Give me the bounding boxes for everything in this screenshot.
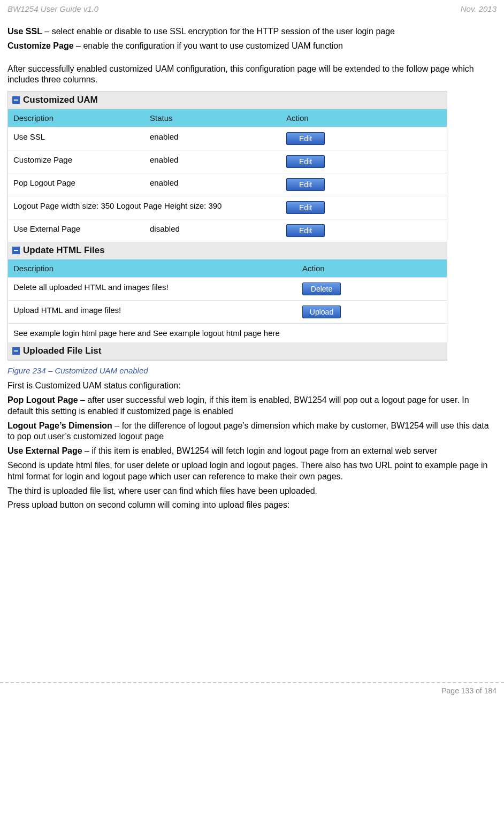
doc-date: Nov. 2013 <box>461 4 497 13</box>
paragraph-ext: Use External Page – if this item is enab… <box>7 446 497 457</box>
table-row: Pop Logout Page enabled Edit <box>8 173 447 196</box>
cell-desc: Delete all uploaded HTML and images file… <box>8 278 297 300</box>
section-uploaded-list: Uploaded File List <box>8 342 447 360</box>
section-update-html: Update HTML Files <box>8 242 447 259</box>
section-title-3: Uploaded File List <box>23 346 101 356</box>
label-use-ssl: Use SSL <box>7 27 42 36</box>
section-customized-uam: Customized UAM <box>8 91 447 109</box>
collapse-icon[interactable] <box>12 96 20 104</box>
cell-status: enabled <box>144 173 281 196</box>
collapse-icon[interactable] <box>12 247 20 254</box>
table-row: Delete all uploaded HTML and images file… <box>8 277 447 300</box>
cell-desc: Logout Page width size: 350 Logout Page … <box>8 196 281 219</box>
collapse-icon[interactable] <box>12 347 20 355</box>
upload-button[interactable]: Upload <box>302 305 341 318</box>
table-row: Upload HTML and image files! Upload <box>8 300 447 323</box>
cell-desc: Use SSL <box>8 127 144 150</box>
delete-button[interactable]: Delete <box>302 282 341 295</box>
table-row: Logout Page width size: 350 Logout Page … <box>8 196 447 219</box>
paragraph-after: After successfully enabled customized UA… <box>7 64 497 86</box>
edit-button[interactable]: Edit <box>286 132 325 145</box>
paragraph: First is Customized UAM status configura… <box>7 380 497 392</box>
paragraph-pop: Pop Logout Page – after user successful … <box>7 395 497 417</box>
cell-desc: Use External Page <box>8 219 144 242</box>
table-row: Customize Page enabled Edit <box>8 150 447 173</box>
label-dim: Logout Page’s Dimension <box>7 421 112 430</box>
figure-caption: Figure 234 – Customized UAM enabled <box>7 366 497 375</box>
edit-button[interactable]: Edit <box>286 201 325 214</box>
table2-header: Description Action <box>8 259 447 277</box>
edit-button[interactable]: Edit <box>286 224 325 237</box>
table-row: See example login html page here and See… <box>8 323 447 342</box>
col-action: Action <box>297 259 447 277</box>
table1-header: Description Status Action <box>8 109 447 127</box>
paragraph-use-ssl: Use SSL – select enable or disable to us… <box>7 26 497 37</box>
text-use-ssl: – select enable or disable to use SSL en… <box>42 27 395 36</box>
cell-desc: Customize Page <box>8 150 144 173</box>
label-customize: Customize Page <box>7 41 74 50</box>
table-row: Use External Page disabled Edit <box>8 219 447 242</box>
label-pop: Pop Logout Page <box>7 395 78 404</box>
svg-rect-1 <box>14 100 18 101</box>
col-status: Status <box>144 109 281 127</box>
cell-status: enabled <box>144 127 281 150</box>
text-customize: – enable the configuration if you want t… <box>74 41 343 50</box>
edit-button[interactable]: Edit <box>286 155 325 168</box>
svg-rect-5 <box>14 350 18 352</box>
svg-rect-3 <box>14 250 18 251</box>
section-title-1: Customized UAM <box>23 95 98 105</box>
paragraph: Press upload button on second column wil… <box>7 500 497 511</box>
customized-uam-screenshot: Customized UAM Description Status Action… <box>7 91 447 361</box>
section-title-2: Update HTML Files <box>23 245 105 256</box>
paragraph-customize: Customize Page – enable the configuratio… <box>7 41 497 52</box>
paragraph: The third is uploaded file list, where u… <box>7 486 497 497</box>
table-row: Use SSL enabled Edit <box>8 127 447 150</box>
label-ext: Use External Page <box>7 446 82 455</box>
cell-desc: Upload HTML and image files! <box>8 301 297 323</box>
col-action: Action <box>281 109 447 127</box>
cell-status: enabled <box>144 150 281 173</box>
col-description: Description <box>8 259 297 277</box>
page-number: Page 133 of 184 <box>0 683 504 700</box>
edit-button[interactable]: Edit <box>286 178 325 191</box>
text-ext: – if this item is enabled, BW1254 will f… <box>82 446 437 455</box>
doc-title: BW1254 User Guide v1.0 <box>7 4 98 13</box>
cell-status: disabled <box>144 219 281 242</box>
cell-desc: See example login html page here and See… <box>8 324 447 342</box>
paragraph: Second is update html files, for user de… <box>7 460 497 483</box>
cell-desc: Pop Logout Page <box>8 173 144 196</box>
col-description: Description <box>8 109 144 127</box>
paragraph-dim: Logout Page’s Dimension – for the differ… <box>7 421 497 443</box>
